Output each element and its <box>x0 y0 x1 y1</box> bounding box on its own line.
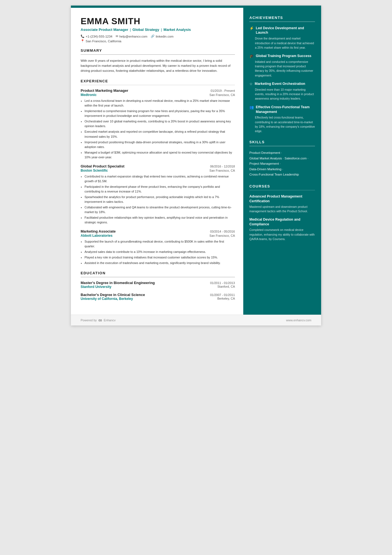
education-section: EDUCATION Master's Degree in Biomedical … <box>81 271 235 301</box>
education-divider <box>81 277 235 277</box>
exp-location-3: San Francisco, CA <box>209 234 235 237</box>
phone-icon: 📞 <box>81 34 85 38</box>
exp-bullet-1-6: Managed a budget of $3M, optimizing reso… <box>85 150 235 160</box>
courses-section: COURSES Advanced Product Management Cert… <box>249 184 315 241</box>
exp-bullet-2-5: Facilitated productive relationships wit… <box>85 215 235 225</box>
achievement-title-1: Led Device Development and Launch <box>256 26 315 35</box>
linkedin-item: 🔗 linkedin.com <box>151 34 173 38</box>
edu-degree-1: Master's Degree in Biomedical Engineerin… <box>81 281 155 285</box>
experience-title: EXPERIENCE <box>81 79 235 83</box>
course-desc-1: Mastered upstream and downstream product… <box>249 204 315 214</box>
exp-subheader-2: Boston Scientific San Francisco, CA <box>81 169 235 172</box>
exp-header-1: Product Marketing Manager 01/2019 - Pres… <box>81 88 235 93</box>
candidate-name: EMMA SMITH <box>81 16 235 26</box>
achievement-icon-4: 👥 <box>249 105 254 109</box>
achievement-title-2: Global Training Program Success <box>256 54 311 58</box>
exp-company-3: Abbott Laboratories <box>81 234 113 238</box>
exp-title-1: Product Marketing Manager <box>81 88 128 93</box>
course-title-2: Medical Device Regulation and Compliance <box>249 217 315 227</box>
skill-line-3: Project Management · <box>249 161 315 167</box>
exp-entry-3: Marketing Associate 03/2014 - 05/2016 Ab… <box>81 229 235 265</box>
exp-date-3: 03/2014 - 05/2016 <box>210 230 235 233</box>
achievements-section: ACHIEVEMENTS ⚡ Led Device Development an… <box>249 16 315 133</box>
skill-line-5: Cross-Functional Team Leadership <box>249 172 315 177</box>
achievement-item-2: 🎓 Global Training Program Success Initia… <box>249 54 315 78</box>
edu-header-2: Bachelor's Degree in Clinical Science 01… <box>81 293 235 297</box>
contact-row: 📞 +1-(234)-555-1234 ✉ help@enhancv.com 🔗… <box>81 34 235 38</box>
exp-bullet-3-3: Played a key role in product training in… <box>85 255 235 260</box>
exp-bullet-3-4: Assisted in the execution of tradeshows … <box>85 261 235 265</box>
exp-entry-2: Global Product Specialist 06/2016 - 12/2… <box>81 164 235 225</box>
exp-bullet-2-4: Collaborated with engineering and QA tea… <box>85 205 235 214</box>
footer-powered-by: Powered by <box>81 319 97 322</box>
achievement-header-1: ⚡ Led Device Development and Launch <box>249 26 315 35</box>
exp-bullet-1-4: Executed market analysis and reported on… <box>85 129 235 139</box>
exp-date-2: 06/2016 - 12/2018 <box>210 165 235 168</box>
courses-title: COURSES <box>249 184 315 188</box>
exp-bullet-2-3: Spearheaded the analytics for product pe… <box>85 195 235 204</box>
exp-header-3: Marketing Associate 03/2014 - 05/2016 <box>81 229 235 233</box>
exp-bullet-1-3: Orchestrated over 10 global marketing ev… <box>85 119 235 129</box>
edu-entry-2: Bachelor's Degree in Clinical Science 01… <box>81 293 235 301</box>
title-part-2: Global Strategy <box>133 28 159 32</box>
exp-company-1: Medtronic <box>81 93 96 97</box>
edu-school-1: Stanford University <box>81 285 111 289</box>
exp-bullet-3-1: Supported the launch of a groundbreaking… <box>85 239 235 249</box>
experience-divider <box>81 85 235 85</box>
exp-bullet-1-2: Implemented a comprehensive training pro… <box>85 109 235 118</box>
header-section: EMMA SMITH Associate Product Manager | G… <box>81 16 235 43</box>
phone-item: 📞 +1-(234)-555-1234 <box>81 34 112 38</box>
candidate-title: Associate Product Manager | Global Strat… <box>81 28 235 32</box>
summary-text: With over 8 years of experience in produ… <box>81 58 235 73</box>
edu-location-1: Stanford, CA <box>217 285 235 289</box>
achievement-desc-3: Directed more than 10 major marketing ev… <box>249 87 315 101</box>
exp-company-2: Boston Scientific <box>81 169 108 172</box>
enhancv-logo-icon: ∞ <box>98 318 102 323</box>
location-icon: 📍 <box>81 39 85 43</box>
skill-line-2: Global Market Analysis · Salesforce.com … <box>249 156 315 161</box>
exp-subheader-1: Medtronic San Francisco, CA <box>81 93 235 97</box>
email-icon: ✉ <box>116 34 118 38</box>
achievement-icon-2: 🎓 <box>249 54 254 58</box>
email-item: ✉ help@enhancv.com <box>116 34 147 38</box>
exp-entry-1: Product Marketing Manager 01/2019 - Pres… <box>81 88 235 160</box>
achievement-icon-1: ⚡ <box>249 26 254 30</box>
exp-header-2: Global Product Specialist 06/2016 - 12/2… <box>81 164 235 168</box>
education-title: EDUCATION <box>81 271 235 275</box>
exp-title-2: Global Product Specialist <box>81 164 124 168</box>
edu-header-1: Master's Degree in Biomedical Engineerin… <box>81 281 235 285</box>
summary-section: SUMMARY With over 8 years of experience … <box>81 48 235 73</box>
achievement-desc-2: Initiated and conducted a comprehensive … <box>249 60 315 78</box>
exp-bullet-1-1: Led a cross-functional team in developin… <box>85 98 235 108</box>
footer-left: Powered by ∞ Enhancv <box>81 318 116 323</box>
skill-line-4: Data-Driven Marketing · <box>249 167 315 172</box>
title-part-1: Associate Product Manager <box>81 28 128 32</box>
exp-bullet-2-1: Contributed to a market expansion strate… <box>85 174 235 184</box>
title-part-3: Market Analysis <box>163 28 191 32</box>
achievement-header-3: ☆ Marketing Event Orchestration <box>249 82 315 86</box>
achievement-header-2: 🎓 Global Training Program Success <box>249 54 315 58</box>
achievements-divider <box>249 21 315 22</box>
edu-location-2: Berkeley, CA <box>217 297 235 301</box>
exp-bullets-3: Supported the launch of a groundbreaking… <box>81 239 235 265</box>
achievement-item-1: ⚡ Led Device Development and Launch Drov… <box>249 26 315 50</box>
exp-location-2: San Francisco, CA <box>209 169 235 172</box>
edu-date-1: 01/2011 - 01/2013 <box>210 281 235 285</box>
achievement-icon-3: ☆ <box>249 82 253 86</box>
summary-title: SUMMARY <box>81 48 235 53</box>
summary-divider <box>81 54 235 55</box>
exp-bullet-2-2: Participated in the development phase of… <box>85 184 235 194</box>
email-address: help@enhancv.com <box>119 35 147 38</box>
experience-section: EXPERIENCE Product Marketing Manager 01/… <box>81 79 235 266</box>
linkedin-url: linkedin.com <box>156 35 173 38</box>
exp-location-1: San Francisco, CA <box>209 93 235 97</box>
exp-date-1: 01/2019 - Present <box>211 89 235 92</box>
edu-date-2: 01/2007 - 01/2011 <box>210 293 235 297</box>
footer-brand: Enhancv <box>104 319 116 322</box>
right-column: ACHIEVEMENTS ⚡ Led Device Development an… <box>243 8 321 315</box>
course-title-1: Advanced Product Management Certificatio… <box>249 194 315 204</box>
achievement-item-3: ☆ Marketing Event Orchestration Directed… <box>249 82 315 101</box>
left-column: EMMA SMITH Associate Product Manager | G… <box>71 8 243 315</box>
achievement-title-4: Effective Cross-Functional Team Manageme… <box>256 105 315 114</box>
resume-document: EMMA SMITH Associate Product Manager | G… <box>71 6 321 325</box>
